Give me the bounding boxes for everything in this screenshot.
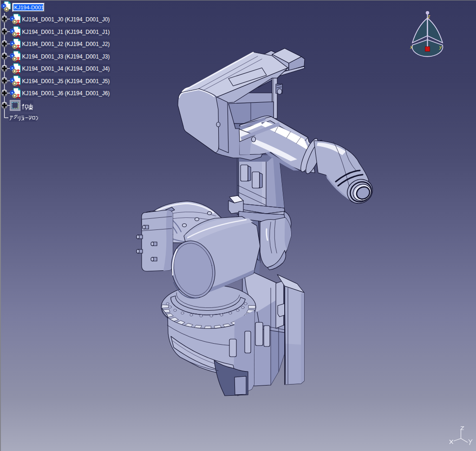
svg-text:KJ194_D001_J4 (KJ194_D001_J4): KJ194_D001_J4 (KJ194_D001_J4) xyxy=(22,65,110,72)
svg-text:KJ194_D001_J6 (KJ194_D001_J6): KJ194_D001_J6 (KJ194_D001_J6) xyxy=(22,90,110,97)
svg-text:KJ194_D001_J2 (KJ194_D001_J2): KJ194_D001_J2 (KJ194_D001_J2) xyxy=(22,41,110,47)
svg-text:x: x xyxy=(410,44,413,50)
svg-text:KJ194_D001_J5 (KJ194_D001_J5): KJ194_D001_J5 (KJ194_D001_J5) xyxy=(22,78,110,85)
svg-text:KJ194_D001_J0 (KJ194_D001_J0): KJ194_D001_J0 (KJ194_D001_J0) xyxy=(22,16,110,23)
svg-text:y: y xyxy=(439,44,442,50)
svg-text:KJ194_D001_J1 (KJ194_D001_J1): KJ194_D001_J1 (KJ194_D001_J1) xyxy=(22,29,110,35)
svg-text:KJ194-D001: KJ194-D001 xyxy=(14,5,44,10)
svg-text:z: z xyxy=(427,13,430,19)
svg-text:KJ194_D001_J3 (KJ194_D001_J3): KJ194_D001_J3 (KJ194_D001_J3) xyxy=(22,53,110,60)
